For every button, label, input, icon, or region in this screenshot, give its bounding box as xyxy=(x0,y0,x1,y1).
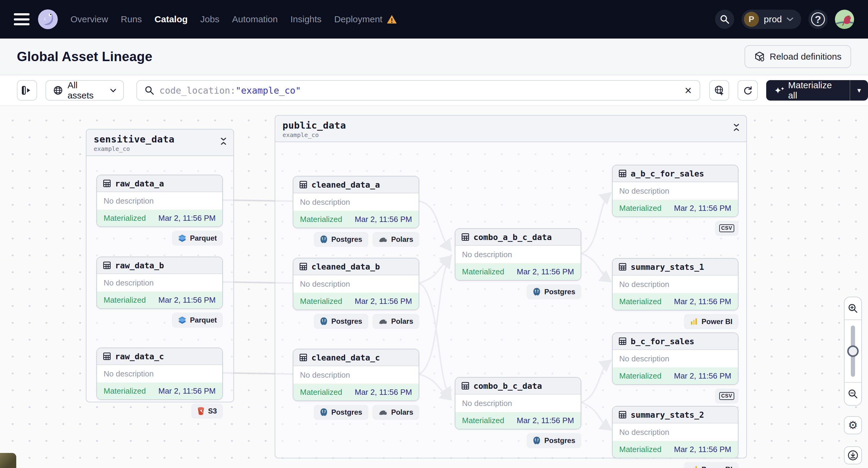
parquet-icon xyxy=(178,234,186,242)
tag-powerbi[interactable]: Power BI xyxy=(684,462,739,468)
asset-node-raw-data-c[interactable]: raw_data_c No description MaterializedMa… xyxy=(96,347,223,400)
asset-timestamp[interactable]: Mar 2, 11:56 PM xyxy=(355,215,412,224)
tag-postgres[interactable]: Postgres xyxy=(314,232,368,247)
group-header[interactable]: sensitive_data example_co xyxy=(87,129,234,156)
asset-timestamp[interactable]: Mar 2, 11:56 PM xyxy=(517,416,574,425)
asset-description: No description xyxy=(97,274,222,291)
tag-polars[interactable]: Polars xyxy=(373,232,419,247)
user-avatar[interactable] xyxy=(835,10,854,29)
tag-postgres[interactable]: Postgres xyxy=(527,284,581,299)
asset-node-raw-data-b[interactable]: raw_data_b No description MaterializedMa… xyxy=(96,257,223,309)
polars-icon xyxy=(379,236,388,243)
minimap-corner[interactable] xyxy=(0,453,16,468)
tag-postgres[interactable]: Postgres xyxy=(314,314,368,329)
lineage-canvas[interactable]: sensitive_data example_co public_data ex… xyxy=(0,106,868,468)
asset-status: Materialized xyxy=(300,297,342,306)
asset-status: Materialized xyxy=(462,416,504,425)
asset-node-cleaned-data-b[interactable]: cleaned_data_b No description Materializ… xyxy=(293,258,419,310)
asset-filter-dropdown[interactable]: All assets xyxy=(45,80,124,101)
reload-definitions-button[interactable]: Reload definitions xyxy=(745,45,851,68)
zoom-slider[interactable] xyxy=(844,320,861,382)
help-button[interactable]: ? xyxy=(808,10,828,29)
nav-item-runs[interactable]: Runs xyxy=(121,14,142,24)
asset-timestamp[interactable]: Mar 2, 11:56 PM xyxy=(674,445,731,454)
asset-tags: Power BI xyxy=(612,462,739,468)
asset-node-raw-data-a[interactable]: raw_data_a No description MaterializedMa… xyxy=(96,175,223,227)
asset-timestamp[interactable]: Mar 2, 11:56 PM xyxy=(355,387,412,397)
nav-item-automation[interactable]: Automation xyxy=(232,14,278,24)
zoom-in-button[interactable] xyxy=(844,297,861,319)
globe-plus-icon xyxy=(714,85,724,95)
asset-node-a-b-c-for-sales[interactable]: a_b_c_for_sales No description Materiali… xyxy=(612,165,739,217)
tag-csv[interactable]: csv xyxy=(715,221,739,236)
nav-item-insights[interactable]: Insights xyxy=(290,14,321,24)
tag-polars[interactable]: Polars xyxy=(373,405,419,420)
materialize-all-button[interactable]: ✦✦ Materialize all ▾ xyxy=(766,80,868,101)
asset-description: No description xyxy=(293,275,418,293)
asset-timestamp[interactable]: Mar 2, 11:56 PM xyxy=(674,204,731,213)
deployment-switcher[interactable]: P prod xyxy=(742,10,801,29)
asset-filter-label: All assets xyxy=(67,80,105,101)
group-header[interactable]: public_data example_co xyxy=(275,116,746,142)
group-name: public_data xyxy=(282,120,739,131)
collapse-group-icon[interactable] xyxy=(733,123,740,131)
tag-csv[interactable]: csv xyxy=(715,388,739,404)
tag-label: Power BI xyxy=(702,465,733,468)
asset-node-summary-stats-1[interactable]: summary_stats_1 No description Materiali… xyxy=(612,258,739,311)
nav-links: Overview Runs Catalog Jobs Automation In… xyxy=(70,14,397,24)
asset-timestamp[interactable]: Mar 2, 11:56 PM xyxy=(674,371,731,381)
graph-settings-button[interactable]: ⚙ xyxy=(844,416,862,434)
nav-item-overview[interactable]: Overview xyxy=(70,14,108,24)
zoom-out-button[interactable] xyxy=(844,383,861,405)
asset-status: Materialized xyxy=(619,445,661,454)
download-graph-button[interactable] xyxy=(844,446,862,464)
collapse-group-icon[interactable] xyxy=(220,137,227,145)
tag-powerbi[interactable]: Power BI xyxy=(684,314,739,329)
asset-node-cleaned-data-c[interactable]: cleaned_data_c No description Materializ… xyxy=(293,349,419,401)
globe-icon xyxy=(53,86,63,95)
nav-item-deployment[interactable]: Deployment xyxy=(334,14,382,24)
tag-parquet[interactable]: Parquet xyxy=(172,313,223,327)
tag-label: Postgres xyxy=(544,288,575,296)
dagster-logo-icon[interactable] xyxy=(38,9,58,29)
asset-tags: Postgres Polars xyxy=(293,232,419,247)
search-query-prefix: code_location: xyxy=(159,85,236,96)
clear-search-button[interactable]: × xyxy=(685,84,691,96)
asset-node-cleaned-data-a[interactable]: cleaned_data_a No description Materializ… xyxy=(293,176,419,228)
tag-postgres[interactable]: Postgres xyxy=(314,405,368,420)
asset-node-summary-stats-2[interactable]: summary_stats_2 No description Materiali… xyxy=(612,406,739,458)
refresh-graph-button[interactable] xyxy=(738,80,758,101)
table-icon xyxy=(461,382,469,390)
nav-item-catalog[interactable]: Catalog xyxy=(155,14,188,24)
asset-description: No description xyxy=(613,276,738,293)
hamburger-menu-icon[interactable] xyxy=(14,13,30,25)
asset-node-combo-a-b-c-data[interactable]: combo_a_b_c_data No description Material… xyxy=(455,228,581,281)
gear-icon: ⚙ xyxy=(848,419,858,432)
zoom-slider-thumb[interactable] xyxy=(847,345,859,357)
postgres-icon xyxy=(533,436,540,445)
nav-item-jobs[interactable]: Jobs xyxy=(200,14,219,24)
tag-postgres[interactable]: Postgres xyxy=(527,433,581,448)
zoom-out-icon xyxy=(848,389,858,399)
tag-s3[interactable]: S3 xyxy=(191,404,223,418)
asset-timestamp[interactable]: Mar 2, 11:56 PM xyxy=(158,214,216,223)
asset-timestamp[interactable]: Mar 2, 11:56 PM xyxy=(517,267,574,277)
tag-polars[interactable]: Polars xyxy=(373,314,419,329)
asset-tags: Parquet xyxy=(96,231,223,246)
tag-parquet[interactable]: Parquet xyxy=(172,231,223,246)
asset-node-combo-b-c-data[interactable]: combo_b_c_data No description Materializ… xyxy=(455,377,581,430)
asset-timestamp[interactable]: Mar 2, 11:56 PM xyxy=(674,297,731,306)
asset-timestamp[interactable]: Mar 2, 11:56 PM xyxy=(158,295,216,305)
asset-search-input[interactable]: code_location:"example_co" × xyxy=(136,80,700,101)
asset-name: summary_stats_2 xyxy=(631,410,704,419)
materialize-options-caret[interactable]: ▾ xyxy=(849,80,868,101)
open-panel-button[interactable] xyxy=(17,80,37,101)
asset-timestamp[interactable]: Mar 2, 11:56 PM xyxy=(158,386,216,396)
filter-to-default-button[interactable] xyxy=(709,80,730,101)
asset-name: cleaned_data_b xyxy=(311,262,380,271)
asset-node-b-c-for-sales[interactable]: b_c_for_sales No description Materialize… xyxy=(612,333,739,385)
tag-label: Polars xyxy=(391,317,413,325)
asset-timestamp[interactable]: Mar 2, 11:56 PM xyxy=(355,297,412,306)
asset-status: Materialized xyxy=(619,371,661,381)
global-search-button[interactable] xyxy=(715,10,734,29)
